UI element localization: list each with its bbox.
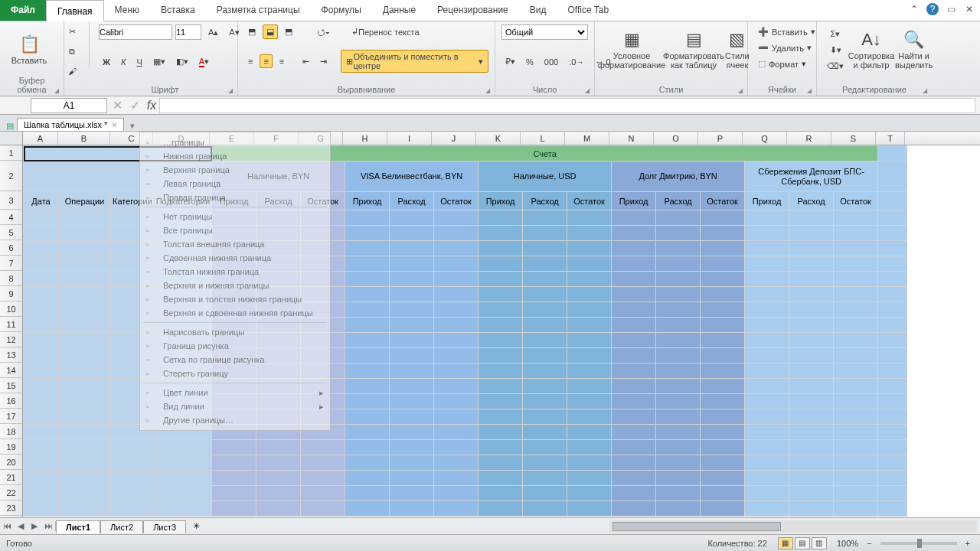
zoom-out-button[interactable]: − (863, 536, 875, 550)
cell-L8[interactable] (523, 272, 567, 287)
zoom-in-button[interactable]: + (962, 536, 974, 550)
currency-button[interactable]: ₽▾ (501, 54, 519, 69)
cell-J13[interactable] (434, 348, 479, 364)
cell-L7[interactable] (523, 256, 567, 272)
cell-N11[interactable] (612, 318, 656, 333)
zoom-level[interactable]: 100% (837, 539, 858, 548)
cell-K15[interactable] (479, 379, 523, 394)
cell-B13[interactable] (59, 348, 111, 364)
cell-P15[interactable] (701, 379, 745, 394)
cell-M7[interactable] (567, 256, 612, 272)
cell-S17[interactable] (834, 409, 878, 425)
cell-J11[interactable] (434, 318, 479, 333)
cell-M18[interactable] (567, 425, 612, 440)
cell-I9[interactable] (390, 287, 434, 302)
cell-P14[interactable] (701, 364, 745, 379)
cell-S19[interactable] (834, 440, 878, 455)
cell-A4[interactable] (24, 210, 59, 226)
row-header-11[interactable]: 11 (0, 317, 22, 332)
cell-S13[interactable] (834, 348, 878, 364)
sheet-nav-prev[interactable]: ◀ (14, 521, 28, 531)
cell-E21[interactable] (212, 471, 256, 486)
cell-G23[interactable] (301, 501, 345, 517)
view-pagebreak-button[interactable]: ▥ (812, 537, 827, 549)
cell-S6[interactable] (834, 241, 878, 256)
cell-G20[interactable] (301, 455, 345, 471)
row-header-5[interactable]: 5 (0, 225, 22, 240)
cell-I17[interactable] (390, 409, 434, 425)
cell-T6[interactable] (878, 241, 907, 256)
ribbon-tab-Рецензирование[interactable]: Рецензирование (426, 0, 519, 21)
cell-T5[interactable] (878, 226, 907, 241)
cell-Q10[interactable] (745, 302, 789, 318)
cell-L10[interactable] (523, 302, 567, 318)
cell-F19[interactable] (256, 440, 301, 455)
cell-P11[interactable] (701, 318, 745, 333)
window-restore-icon[interactable]: ▭ (945, 3, 957, 15)
align-bottom-button[interactable]: ⬒ (281, 24, 296, 39)
cell-O4[interactable] (656, 210, 701, 226)
col-header-P[interactable]: P (698, 132, 743, 145)
sheet-nav-next[interactable]: ▶ (28, 521, 41, 531)
cell-K7[interactable] (479, 256, 523, 272)
cell-A20[interactable] (24, 455, 59, 471)
cell-I21[interactable] (390, 471, 434, 486)
row-header-13[interactable]: 13 (0, 347, 22, 363)
cell-R18[interactable] (789, 425, 834, 440)
cell-P18[interactable] (701, 425, 745, 440)
cell-O11[interactable] (656, 318, 701, 333)
cell-N7[interactable] (612, 256, 656, 272)
cell-L4[interactable] (523, 210, 567, 226)
row-header-6[interactable]: 6 (0, 240, 22, 256)
merge-center-button[interactable]: ⊞ Объединить и поместить в центре ▾ (341, 50, 488, 73)
cell-I18[interactable] (390, 425, 434, 440)
cell-I10[interactable] (390, 302, 434, 318)
cell-D21[interactable] (154, 471, 211, 486)
cell-N12[interactable] (612, 333, 656, 348)
cell-J4[interactable] (434, 210, 479, 226)
cell-N23[interactable] (612, 501, 656, 517)
cell-S12[interactable] (834, 333, 878, 348)
cell-K17[interactable] (479, 409, 523, 425)
base-header-1[interactable]: Операции (59, 192, 111, 210)
cell-P5[interactable] (701, 226, 745, 241)
cell-S16[interactable] (834, 394, 878, 409)
row-header-17[interactable]: 17 (0, 409, 22, 424)
view-normal-button[interactable]: ▦ (778, 537, 793, 549)
cell-T16[interactable] (878, 394, 907, 409)
cell-H23[interactable] (345, 501, 390, 517)
cell-O13[interactable] (656, 348, 701, 364)
col-header-M[interactable]: M (565, 132, 609, 145)
cell-I15[interactable] (390, 379, 434, 394)
cell-F21[interactable] (256, 471, 301, 486)
sub-header-4-0[interactable]: Приход (745, 192, 789, 210)
cell-H18[interactable] (345, 425, 390, 440)
sub-header-2-0[interactable]: Приход (479, 192, 523, 210)
increase-decimal-button[interactable]: .0→ (565, 55, 588, 69)
cell-S22[interactable] (834, 486, 878, 501)
row-header-4[interactable]: 4 (0, 210, 22, 225)
cell-Q8[interactable] (745, 272, 789, 287)
cell-A16[interactable] (24, 394, 59, 409)
window-close-icon[interactable]: ✕ (963, 3, 975, 15)
cell-H21[interactable] (345, 471, 390, 486)
cell-Q14[interactable] (745, 364, 789, 379)
cell-K23[interactable] (479, 501, 523, 517)
sub-header-3-0[interactable]: Приход (612, 192, 656, 210)
cell-T14[interactable] (878, 364, 907, 379)
cell-B12[interactable] (59, 333, 111, 348)
cell-R8[interactable] (789, 272, 834, 287)
cell-A18[interactable] (24, 425, 59, 440)
formula-input[interactable] (159, 98, 975, 113)
cell-J14[interactable] (434, 364, 479, 379)
row-header-2[interactable]: 2 (0, 161, 22, 191)
cell-B8[interactable] (59, 272, 111, 287)
cell-Q23[interactable] (745, 501, 789, 517)
cell-B5[interactable] (59, 226, 111, 241)
cell-A14[interactable] (24, 364, 59, 379)
cell-K19[interactable] (479, 440, 523, 455)
cell-L20[interactable] (523, 455, 567, 471)
cell-Q21[interactable] (745, 471, 789, 486)
row-header-22[interactable]: 22 (0, 485, 22, 500)
cell-Q6[interactable] (745, 241, 789, 256)
